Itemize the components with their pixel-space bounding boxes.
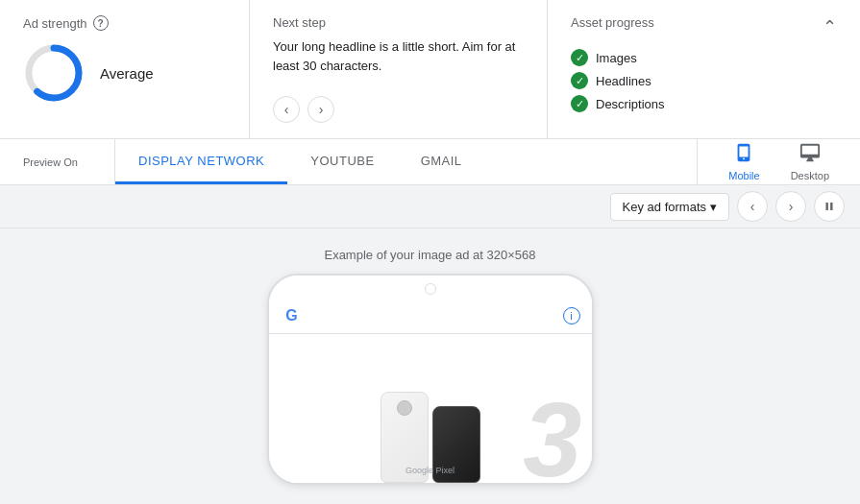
donut-chart [23,42,85,104]
phone-notch [269,276,592,299]
asset-label-headlines: Headlines [596,74,651,88]
info-icon[interactable]: i [563,307,580,324]
phone-camera [425,283,436,295]
asset-progress-title: Asset progress [571,15,654,30]
donut-svg [23,42,85,104]
mobile-label: Mobile [728,170,759,181]
device-desktop[interactable]: Desktop [775,138,845,185]
check-icon-headlines: ✓ [571,72,588,89]
network-tabs: DISPLAY NETWORK YOUTUBE GMAIL [115,139,697,184]
camera-bump [397,400,412,416]
device-mobile[interactable]: Mobile [713,138,774,185]
preview-on-label: Preview On [0,139,115,184]
tab-gmail[interactable]: GMAIL [398,139,485,184]
device-section: Mobile Desktop [697,139,860,184]
next-step-title: Next step [273,15,524,30]
asset-label-descriptions: Descriptions [596,97,665,111]
asset-item-headlines: ✓ Headlines [571,72,837,89]
google-pixel-text: Google Pixel [269,466,592,475]
ad-strength-title: Ad strength ? [23,15,226,31]
google-g-logo: G [281,304,304,327]
asset-label-images: Images [596,51,637,65]
help-icon[interactable]: ? [93,15,109,31]
asset-progress-header: Asset progress ⌃ [571,15,837,37]
key-ad-formats-label: Key ad formats [623,200,706,214]
mobile-icon [733,142,754,168]
preview-area: Example of your image ad at 320×568 G i … [0,228,860,504]
tab-youtube[interactable]: YOUTUBE [287,139,397,184]
next-step-section: Next step Your long headline is a little… [250,0,548,138]
check-icon-descriptions: ✓ [571,95,588,112]
top-bar: Ad strength ? Average Next step Your lon… [0,0,860,139]
next-arrow[interactable]: › [307,96,334,123]
next-preview-button[interactable]: › [775,191,806,222]
prev-arrow[interactable]: ‹ [273,96,300,123]
tab-display-network[interactable]: DISPLAY NETWORK [115,139,287,184]
prev-preview-button[interactable]: ‹ [737,191,768,222]
asset-item-images: ✓ Images [571,49,837,66]
preview-example-label: Example of your image ad at 320×568 [324,248,535,262]
phone-frame: G i 3 Google Pixel [267,274,594,485]
asset-item-descriptions: ✓ Descriptions [571,95,837,112]
action-bar: Key ad formats ▾ ‹ › [0,185,860,228]
dropdown-arrow-icon: ▾ [710,200,717,214]
asset-progress-section: Asset progress ⌃ ✓ Images ✓ Headlines ✓ … [548,0,860,138]
phone-content: 3 Google Pixel [269,334,592,483]
pause-button[interactable] [814,191,845,222]
collapse-icon[interactable]: ⌃ [823,16,837,37]
key-ad-formats-button[interactable]: Key ad formats ▾ [610,193,729,221]
desktop-icon [799,142,821,168]
preview-bar: Preview On DISPLAY NETWORK YOUTUBE GMAIL… [0,139,860,185]
phone-screen: G i 3 Google Pixel [269,299,592,483]
nav-arrows: ‹ › [273,96,524,123]
phone-header: G i [269,299,592,334]
ad-strength-label: Ad strength [23,16,87,31]
strength-value: Average [100,65,154,82]
ad-strength-section: Ad strength ? Average [0,0,250,138]
check-icon-images: ✓ [571,49,588,66]
ad-strength-content: Average [23,42,226,104]
desktop-label: Desktop [791,170,829,181]
next-step-description: Your long headline is a little short. Ai… [273,37,524,75]
